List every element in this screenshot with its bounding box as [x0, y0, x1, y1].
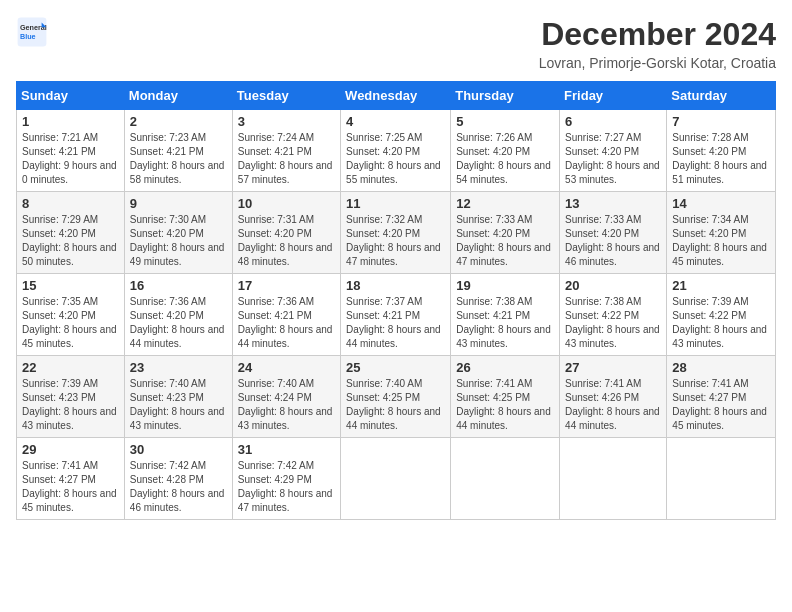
week-row-1: 1Sunrise: 7:21 AMSunset: 4:21 PMDaylight… — [17, 110, 776, 192]
day-number: 12 — [456, 196, 554, 211]
day-cell: 30Sunrise: 7:42 AMSunset: 4:28 PMDayligh… — [124, 438, 232, 520]
day-info: Sunrise: 7:34 AMSunset: 4:20 PMDaylight:… — [672, 213, 770, 269]
day-cell: 26Sunrise: 7:41 AMSunset: 4:25 PMDayligh… — [451, 356, 560, 438]
day-cell: 22Sunrise: 7:39 AMSunset: 4:23 PMDayligh… — [17, 356, 125, 438]
day-cell: 2Sunrise: 7:23 AMSunset: 4:21 PMDaylight… — [124, 110, 232, 192]
day-cell: 20Sunrise: 7:38 AMSunset: 4:22 PMDayligh… — [560, 274, 667, 356]
day-info: Sunrise: 7:39 AMSunset: 4:23 PMDaylight:… — [22, 377, 119, 433]
day-number: 17 — [238, 278, 335, 293]
svg-text:Blue: Blue — [20, 32, 36, 41]
day-cell: 31Sunrise: 7:42 AMSunset: 4:29 PMDayligh… — [232, 438, 340, 520]
day-info: Sunrise: 7:42 AMSunset: 4:29 PMDaylight:… — [238, 459, 335, 515]
day-number: 27 — [565, 360, 661, 375]
day-number: 23 — [130, 360, 227, 375]
day-number: 25 — [346, 360, 445, 375]
day-number: 2 — [130, 114, 227, 129]
day-cell: 29Sunrise: 7:41 AMSunset: 4:27 PMDayligh… — [17, 438, 125, 520]
week-row-5: 29Sunrise: 7:41 AMSunset: 4:27 PMDayligh… — [17, 438, 776, 520]
day-cell: 19Sunrise: 7:38 AMSunset: 4:21 PMDayligh… — [451, 274, 560, 356]
day-info: Sunrise: 7:41 AMSunset: 4:27 PMDaylight:… — [672, 377, 770, 433]
day-info: Sunrise: 7:28 AMSunset: 4:20 PMDaylight:… — [672, 131, 770, 187]
day-cell — [341, 438, 451, 520]
day-number: 19 — [456, 278, 554, 293]
day-headers-row: SundayMondayTuesdayWednesdayThursdayFrid… — [17, 82, 776, 110]
day-header-wednesday: Wednesday — [341, 82, 451, 110]
day-cell: 3Sunrise: 7:24 AMSunset: 4:21 PMDaylight… — [232, 110, 340, 192]
day-cell: 15Sunrise: 7:35 AMSunset: 4:20 PMDayligh… — [17, 274, 125, 356]
day-info: Sunrise: 7:33 AMSunset: 4:20 PMDaylight:… — [456, 213, 554, 269]
day-number: 6 — [565, 114, 661, 129]
day-cell: 9Sunrise: 7:30 AMSunset: 4:20 PMDaylight… — [124, 192, 232, 274]
day-number: 11 — [346, 196, 445, 211]
day-header-sunday: Sunday — [17, 82, 125, 110]
day-cell: 11Sunrise: 7:32 AMSunset: 4:20 PMDayligh… — [341, 192, 451, 274]
day-info: Sunrise: 7:36 AMSunset: 4:21 PMDaylight:… — [238, 295, 335, 351]
day-info: Sunrise: 7:41 AMSunset: 4:25 PMDaylight:… — [456, 377, 554, 433]
day-number: 7 — [672, 114, 770, 129]
day-info: Sunrise: 7:24 AMSunset: 4:21 PMDaylight:… — [238, 131, 335, 187]
calendar-table: SundayMondayTuesdayWednesdayThursdayFrid… — [16, 81, 776, 520]
day-header-thursday: Thursday — [451, 82, 560, 110]
day-cell: 24Sunrise: 7:40 AMSunset: 4:24 PMDayligh… — [232, 356, 340, 438]
day-number: 9 — [130, 196, 227, 211]
day-cell: 1Sunrise: 7:21 AMSunset: 4:21 PMDaylight… — [17, 110, 125, 192]
week-row-4: 22Sunrise: 7:39 AMSunset: 4:23 PMDayligh… — [17, 356, 776, 438]
day-cell: 8Sunrise: 7:29 AMSunset: 4:20 PMDaylight… — [17, 192, 125, 274]
day-info: Sunrise: 7:23 AMSunset: 4:21 PMDaylight:… — [130, 131, 227, 187]
logo-icon: General Blue — [16, 16, 48, 48]
day-cell: 18Sunrise: 7:37 AMSunset: 4:21 PMDayligh… — [341, 274, 451, 356]
day-number: 26 — [456, 360, 554, 375]
month-title: December 2024 — [539, 16, 776, 53]
day-number: 18 — [346, 278, 445, 293]
day-info: Sunrise: 7:31 AMSunset: 4:20 PMDaylight:… — [238, 213, 335, 269]
day-info: Sunrise: 7:37 AMSunset: 4:21 PMDaylight:… — [346, 295, 445, 351]
day-cell: 27Sunrise: 7:41 AMSunset: 4:26 PMDayligh… — [560, 356, 667, 438]
day-info: Sunrise: 7:36 AMSunset: 4:20 PMDaylight:… — [130, 295, 227, 351]
day-cell: 17Sunrise: 7:36 AMSunset: 4:21 PMDayligh… — [232, 274, 340, 356]
day-cell: 12Sunrise: 7:33 AMSunset: 4:20 PMDayligh… — [451, 192, 560, 274]
header: General Blue December 2024 Lovran, Primo… — [16, 16, 776, 71]
day-info: Sunrise: 7:27 AMSunset: 4:20 PMDaylight:… — [565, 131, 661, 187]
day-info: Sunrise: 7:32 AMSunset: 4:20 PMDaylight:… — [346, 213, 445, 269]
day-info: Sunrise: 7:30 AMSunset: 4:20 PMDaylight:… — [130, 213, 227, 269]
day-cell — [667, 438, 776, 520]
day-cell: 28Sunrise: 7:41 AMSunset: 4:27 PMDayligh… — [667, 356, 776, 438]
day-cell: 7Sunrise: 7:28 AMSunset: 4:20 PMDaylight… — [667, 110, 776, 192]
day-cell: 13Sunrise: 7:33 AMSunset: 4:20 PMDayligh… — [560, 192, 667, 274]
title-area: December 2024 Lovran, Primorje-Gorski Ko… — [539, 16, 776, 71]
day-info: Sunrise: 7:41 AMSunset: 4:26 PMDaylight:… — [565, 377, 661, 433]
day-info: Sunrise: 7:40 AMSunset: 4:24 PMDaylight:… — [238, 377, 335, 433]
day-info: Sunrise: 7:35 AMSunset: 4:20 PMDaylight:… — [22, 295, 119, 351]
day-info: Sunrise: 7:25 AMSunset: 4:20 PMDaylight:… — [346, 131, 445, 187]
day-number: 29 — [22, 442, 119, 457]
day-info: Sunrise: 7:21 AMSunset: 4:21 PMDaylight:… — [22, 131, 119, 187]
day-number: 31 — [238, 442, 335, 457]
day-info: Sunrise: 7:40 AMSunset: 4:23 PMDaylight:… — [130, 377, 227, 433]
day-number: 13 — [565, 196, 661, 211]
day-cell: 5Sunrise: 7:26 AMSunset: 4:20 PMDaylight… — [451, 110, 560, 192]
day-cell — [560, 438, 667, 520]
day-cell — [451, 438, 560, 520]
day-info: Sunrise: 7:33 AMSunset: 4:20 PMDaylight:… — [565, 213, 661, 269]
day-cell: 23Sunrise: 7:40 AMSunset: 4:23 PMDayligh… — [124, 356, 232, 438]
day-cell: 21Sunrise: 7:39 AMSunset: 4:22 PMDayligh… — [667, 274, 776, 356]
day-number: 21 — [672, 278, 770, 293]
day-header-friday: Friday — [560, 82, 667, 110]
day-number: 28 — [672, 360, 770, 375]
day-number: 30 — [130, 442, 227, 457]
week-row-2: 8Sunrise: 7:29 AMSunset: 4:20 PMDaylight… — [17, 192, 776, 274]
day-cell: 4Sunrise: 7:25 AMSunset: 4:20 PMDaylight… — [341, 110, 451, 192]
day-cell: 16Sunrise: 7:36 AMSunset: 4:20 PMDayligh… — [124, 274, 232, 356]
day-number: 20 — [565, 278, 661, 293]
day-number: 14 — [672, 196, 770, 211]
location-title: Lovran, Primorje-Gorski Kotar, Croatia — [539, 55, 776, 71]
day-info: Sunrise: 7:40 AMSunset: 4:25 PMDaylight:… — [346, 377, 445, 433]
day-number: 5 — [456, 114, 554, 129]
day-cell: 6Sunrise: 7:27 AMSunset: 4:20 PMDaylight… — [560, 110, 667, 192]
day-number: 3 — [238, 114, 335, 129]
day-number: 8 — [22, 196, 119, 211]
day-info: Sunrise: 7:41 AMSunset: 4:27 PMDaylight:… — [22, 459, 119, 515]
day-number: 24 — [238, 360, 335, 375]
day-number: 22 — [22, 360, 119, 375]
day-cell: 10Sunrise: 7:31 AMSunset: 4:20 PMDayligh… — [232, 192, 340, 274]
